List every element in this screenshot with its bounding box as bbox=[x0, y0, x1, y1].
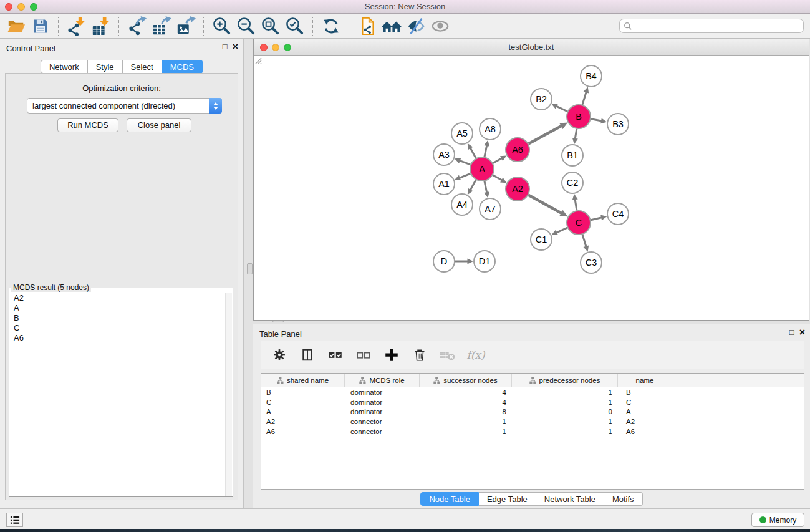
node-B2[interactable]: B2 bbox=[531, 89, 552, 110]
cell[interactable]: 0 bbox=[512, 408, 618, 415]
criterion-select[interactable]: largest connected component (directed) bbox=[27, 98, 222, 114]
cell[interactable]: 1 bbox=[420, 428, 512, 435]
network-graph[interactable]: B4B2BB3A8A5A6A3B1AC2A1A2A4A7C4CC1C3DD1 bbox=[254, 56, 809, 321]
cell[interactable]: 1 bbox=[420, 418, 512, 425]
node-C3[interactable]: C3 bbox=[581, 252, 602, 273]
node-A[interactable]: A bbox=[470, 157, 494, 181]
column-header-MCDS-role[interactable]: MCDS role bbox=[345, 374, 420, 387]
zoom-in-button[interactable] bbox=[210, 16, 234, 37]
cell[interactable]: 1 bbox=[512, 399, 618, 406]
node-C1[interactable]: C1 bbox=[531, 229, 552, 250]
cell[interactable]: dominator bbox=[345, 389, 420, 396]
cell[interactable]: 8 bbox=[420, 408, 512, 415]
table-row[interactable]: Bdominator41B bbox=[261, 387, 804, 397]
zoom-window-button[interactable] bbox=[30, 3, 37, 11]
table-row[interactable]: Cdominator41C bbox=[261, 397, 804, 407]
network-zoom-button[interactable] bbox=[284, 44, 291, 51]
edge-C-C1[interactable] bbox=[551, 228, 567, 235]
cell[interactable]: 1 bbox=[512, 389, 618, 396]
cell[interactable]: connector bbox=[345, 428, 420, 435]
mcds-result-item[interactable]: A6 bbox=[10, 333, 224, 343]
table-row[interactable]: Adominator80A bbox=[261, 407, 804, 417]
open-session-button[interactable] bbox=[4, 16, 28, 37]
node-A5[interactable]: A5 bbox=[451, 123, 473, 144]
edge-B-B1[interactable] bbox=[572, 129, 578, 144]
mcds-result-item[interactable]: A2 bbox=[10, 293, 224, 303]
run-mcds-button[interactable]: Run MCDS bbox=[57, 118, 118, 132]
close-panel-button[interactable]: Close panel bbox=[127, 118, 191, 132]
column-header-successor-nodes[interactable]: successor nodes bbox=[420, 374, 512, 387]
column-visibility-button[interactable] bbox=[298, 345, 317, 365]
new-network-from-selection-button[interactable] bbox=[355, 16, 379, 37]
first-neighbors-button[interactable] bbox=[379, 16, 403, 37]
node-A2[interactable]: A2 bbox=[506, 177, 529, 201]
network-close-button[interactable] bbox=[260, 44, 268, 51]
edge-C-C4[interactable] bbox=[591, 215, 607, 221]
tab-motifs[interactable]: Motifs bbox=[604, 492, 643, 506]
edge-B-B2[interactable] bbox=[551, 104, 567, 112]
tab-mcds[interactable]: MCDS bbox=[162, 60, 203, 74]
node-C4[interactable]: C4 bbox=[607, 203, 629, 225]
import-table-button[interactable] bbox=[89, 16, 113, 37]
save-session-button[interactable] bbox=[28, 16, 52, 37]
close-window-button[interactable] bbox=[5, 3, 12, 11]
cell[interactable]: 4 bbox=[420, 399, 512, 406]
column-header-shared-name[interactable]: shared name bbox=[261, 374, 345, 387]
close-panel-icon[interactable]: × bbox=[233, 42, 238, 51]
cell[interactable]: 1 bbox=[512, 418, 618, 425]
task-history-button[interactable] bbox=[6, 513, 23, 527]
cell[interactable]: A6 bbox=[618, 428, 672, 435]
cell[interactable]: B bbox=[618, 389, 672, 396]
tab-style[interactable]: Style bbox=[88, 60, 123, 74]
result-scrollbar[interactable] bbox=[225, 293, 232, 496]
cell[interactable]: 1 bbox=[512, 428, 618, 435]
node-B4[interactable]: B4 bbox=[581, 65, 602, 87]
edge-A6-B[interactable] bbox=[529, 123, 568, 144]
cell[interactable]: A bbox=[618, 408, 672, 415]
edge-C-C2[interactable] bbox=[572, 194, 578, 210]
edge-A2-C[interactable] bbox=[529, 195, 568, 217]
memory-button[interactable]: Memory bbox=[751, 513, 804, 527]
delete-column-button[interactable] bbox=[410, 345, 429, 365]
zoom-fit-button[interactable] bbox=[258, 16, 282, 37]
cell[interactable]: A6 bbox=[261, 428, 345, 435]
refresh-view-button[interactable] bbox=[319, 16, 343, 37]
zoom-selected-button[interactable] bbox=[282, 16, 307, 37]
node-C[interactable]: C bbox=[567, 211, 591, 235]
node-B3[interactable]: B3 bbox=[607, 114, 629, 135]
export-image-button[interactable] bbox=[173, 16, 198, 37]
node-B1[interactable]: B1 bbox=[562, 145, 583, 166]
cell[interactable]: dominator bbox=[345, 399, 420, 406]
edge-B-B4[interactable] bbox=[582, 87, 589, 105]
cell[interactable]: B bbox=[261, 389, 345, 396]
zoom-out-button[interactable] bbox=[234, 16, 258, 37]
resize-grip-icon[interactable] bbox=[254, 56, 262, 64]
tab-network-table[interactable]: Network Table bbox=[536, 492, 604, 506]
node-A4[interactable]: A4 bbox=[451, 194, 473, 215]
mcds-result-item[interactable]: B bbox=[10, 313, 224, 323]
tab-edge-table[interactable]: Edge Table bbox=[479, 492, 536, 506]
cell[interactable]: C bbox=[261, 399, 345, 406]
edge-A-A5[interactable] bbox=[468, 143, 476, 158]
float-panel-icon[interactable]: □ bbox=[223, 42, 228, 51]
table-row[interactable]: A2connector11A2 bbox=[261, 417, 804, 427]
export-network-button[interactable] bbox=[125, 16, 149, 37]
column-header-name[interactable]: name bbox=[618, 374, 672, 387]
search-box[interactable] bbox=[619, 19, 804, 33]
node-A3[interactable]: A3 bbox=[433, 144, 455, 165]
tab-select[interactable]: Select bbox=[123, 60, 162, 74]
edge-A-A4[interactable] bbox=[468, 180, 476, 195]
node-A7[interactable]: A7 bbox=[480, 198, 501, 220]
vertical-splitter-handle[interactable] bbox=[247, 263, 253, 274]
node-C2[interactable]: C2 bbox=[562, 172, 583, 193]
tab-network[interactable]: Network bbox=[41, 60, 88, 74]
edge-A-A8[interactable] bbox=[484, 140, 489, 157]
edge-A-A6[interactable] bbox=[493, 156, 507, 163]
cell[interactable]: A2 bbox=[261, 418, 345, 425]
edge-B-B3[interactable] bbox=[591, 118, 607, 123]
mcds-result-item[interactable]: C bbox=[10, 323, 224, 333]
node-B[interactable]: B bbox=[567, 105, 591, 128]
node-A8[interactable]: A8 bbox=[480, 118, 501, 140]
node-D[interactable]: D bbox=[433, 251, 455, 272]
edge-A-A1[interactable] bbox=[455, 173, 471, 180]
